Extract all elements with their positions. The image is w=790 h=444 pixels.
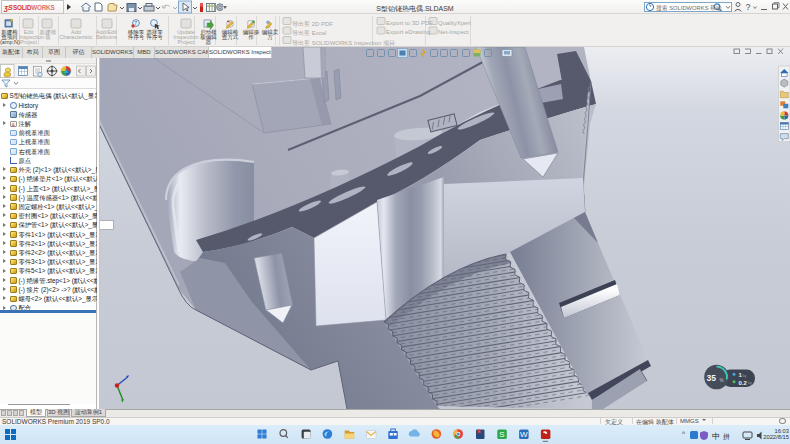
svg-text:拼: 拼	[723, 432, 730, 439]
svg-text:%: %	[720, 378, 724, 383]
svg-text:S: S	[499, 430, 504, 439]
svg-text:0.2: 0.2	[739, 380, 748, 386]
svg-text:7: 7	[134, 20, 137, 26]
svg-text:?: ?	[746, 2, 751, 12]
svg-text:中: 中	[712, 431, 720, 440]
svg-text:kg: kg	[748, 381, 752, 385]
svg-text:W: W	[520, 430, 528, 439]
svg-text:kg: kg	[743, 374, 747, 378]
svg-text:35: 35	[707, 373, 717, 383]
